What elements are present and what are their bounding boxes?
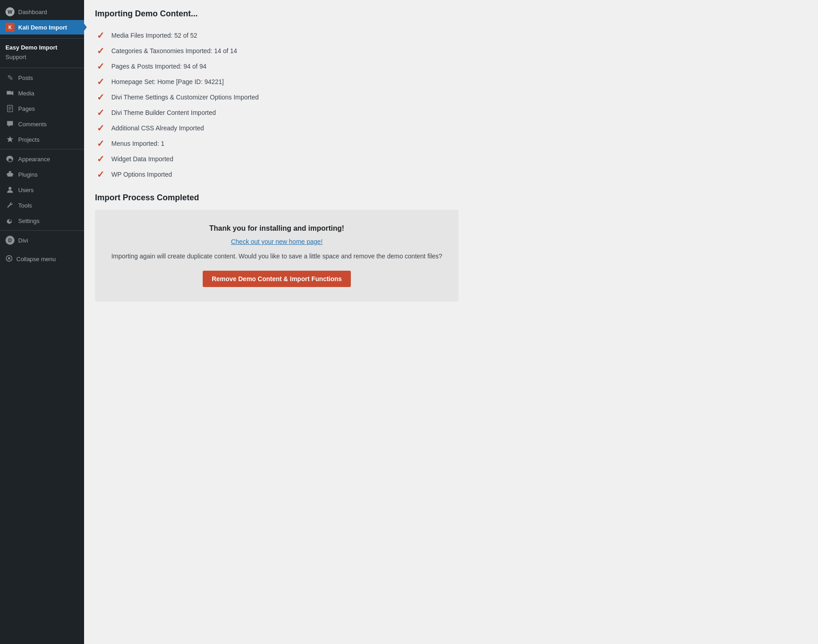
- list-item: ✓ Divi Theme Settings & Customizer Optio…: [95, 89, 807, 105]
- sidebar: W Dashboard K Kali Demo Import Easy Demo…: [0, 0, 84, 644]
- settings-icon: [5, 216, 15, 225]
- media-icon: [5, 89, 15, 98]
- easy-demo-import-title: Easy Demo Import: [0, 42, 84, 53]
- checkmark-icon: ✓: [95, 31, 106, 40]
- remove-demo-button[interactable]: Remove Demo Content & Import Functions: [203, 271, 351, 287]
- checkmark-icon: ✓: [95, 46, 106, 55]
- sidebar-item-plugins[interactable]: Plugins: [0, 167, 84, 182]
- list-item: ✓ Additional CSS Already Imported: [95, 120, 807, 136]
- list-item: ✓ WP Options Imported: [95, 167, 807, 182]
- import-item-text: Pages & Posts Imported: 94 of 94: [111, 63, 206, 70]
- kali-demo-import-label: Kali Demo Import: [18, 24, 67, 31]
- tools-label: Tools: [18, 202, 32, 209]
- list-item: ✓ Widget Data Imported: [95, 151, 807, 167]
- posts-label: Posts: [18, 74, 33, 81]
- users-icon: [5, 185, 15, 194]
- checkmark-icon: ✓: [95, 108, 106, 117]
- wp-icon: W: [5, 7, 15, 16]
- main-content: Importing Demo Content... ✓ Media Files …: [84, 0, 818, 644]
- list-item: ✓ Divi Theme Builder Content Imported: [95, 105, 807, 120]
- comments-label: Comments: [18, 121, 47, 128]
- checkmark-icon: ✓: [95, 77, 106, 86]
- import-list: ✓ Media Files Imported: 52 of 52 ✓ Categ…: [95, 28, 807, 182]
- sidebar-item-comments[interactable]: Comments: [0, 116, 84, 132]
- checkmark-icon: ✓: [95, 170, 106, 179]
- projects-label: Projects: [18, 136, 40, 143]
- pages-icon: [5, 104, 15, 113]
- sidebar-divider-2: [0, 149, 84, 149]
- sidebar-item-appearance[interactable]: Appearance: [0, 151, 84, 167]
- tools-icon: [5, 201, 15, 210]
- thank-you-text: Thank you for installing and importing!: [106, 224, 448, 233]
- pages-label: Pages: [18, 105, 35, 112]
- comments-icon: [5, 119, 15, 129]
- import-item-text: Categories & Taxonomies Imported: 14 of …: [111, 47, 237, 54]
- import-item-text: Media Files Imported: 52 of 52: [111, 32, 197, 39]
- list-item: ✓ Categories & Taxonomies Imported: 14 o…: [95, 43, 807, 59]
- import-item-text: Menus Imported: 1: [111, 140, 165, 147]
- list-item: ✓ Menus Imported: 1: [95, 136, 807, 151]
- home-page-link[interactable]: Check out your new home page!: [106, 238, 448, 245]
- sidebar-top: W Dashboard K Kali Demo Import: [0, 0, 84, 39]
- sidebar-item-projects[interactable]: Projects: [0, 132, 84, 147]
- sidebar-item-settings[interactable]: Settings: [0, 213, 84, 228]
- sidebar-item-posts[interactable]: ✎ Posts: [0, 70, 84, 85]
- import-item-text: Divi Theme Builder Content Imported: [111, 109, 216, 116]
- collapse-label: Collapse menu: [16, 256, 56, 263]
- projects-icon: [5, 135, 15, 144]
- completion-title: Import Process Completed: [95, 193, 807, 203]
- completion-box: Thank you for installing and importing! …: [95, 210, 459, 302]
- checkmark-icon: ✓: [95, 93, 106, 102]
- svg-rect-8: [7, 173, 12, 177]
- posts-icon: ✎: [5, 73, 15, 82]
- import-item-text: WP Options Imported: [111, 171, 172, 178]
- svg-rect-10: [12, 173, 13, 175]
- kali-avatar: K: [5, 23, 15, 32]
- svg-point-11: [9, 187, 11, 190]
- svg-rect-7: [9, 171, 11, 173]
- checkmark-icon: ✓: [95, 139, 106, 148]
- kali-demo-import-item[interactable]: K Kali Demo Import: [0, 20, 84, 35]
- warning-text: Importing again will create duplicate co…: [106, 253, 448, 260]
- sidebar-nav: ✎ Posts Media Pages Comments Projects: [0, 70, 84, 267]
- dashboard-label: Dashboard: [18, 9, 47, 15]
- list-item: ✓ Media Files Imported: 52 of 52: [95, 28, 807, 43]
- svg-rect-0: [7, 91, 11, 94]
- checkmark-icon: ✓: [95, 154, 106, 163]
- import-item-text: Divi Theme Settings & Customizer Options…: [111, 94, 259, 101]
- support-link[interactable]: Support: [0, 53, 84, 64]
- sidebar-divider-3: [0, 230, 84, 231]
- page-title: Importing Demo Content...: [95, 9, 807, 19]
- list-item: ✓ Homepage Set: Home [Page ID: 94221]: [95, 74, 807, 89]
- settings-label: Settings: [18, 218, 40, 224]
- sidebar-item-media[interactable]: Media: [0, 85, 84, 101]
- import-item-text: Widget Data Imported: [111, 155, 173, 163]
- media-label: Media: [18, 90, 34, 97]
- collapse-menu-item[interactable]: Collapse menu: [0, 252, 84, 267]
- svg-marker-1: [11, 91, 13, 95]
- users-label: Users: [18, 187, 34, 193]
- collapse-icon: [5, 255, 13, 263]
- easy-demo-section: Easy Demo Import Support: [0, 39, 84, 66]
- import-item-text: Additional CSS Already Imported: [111, 124, 204, 132]
- plugins-label: Plugins: [18, 171, 38, 178]
- divi-icon: D: [5, 236, 15, 245]
- checkmark-icon: ✓: [95, 62, 106, 71]
- appearance-label: Appearance: [18, 156, 50, 163]
- import-item-text: Homepage Set: Home [Page ID: 94221]: [111, 78, 224, 85]
- dashboard-item[interactable]: W Dashboard: [0, 4, 84, 20]
- divi-label: Divi: [18, 237, 28, 244]
- sidebar-divider-1: [0, 68, 84, 68]
- sidebar-item-divi[interactable]: D Divi: [0, 233, 84, 248]
- svg-rect-9: [7, 173, 8, 175]
- plugins-icon: [5, 170, 15, 179]
- appearance-icon: [5, 154, 15, 163]
- checkmark-icon: ✓: [95, 124, 106, 133]
- sidebar-item-tools[interactable]: Tools: [0, 198, 84, 213]
- sidebar-item-users[interactable]: Users: [0, 182, 84, 198]
- list-item: ✓ Pages & Posts Imported: 94 of 94: [95, 59, 807, 74]
- sidebar-item-pages[interactable]: Pages: [0, 101, 84, 116]
